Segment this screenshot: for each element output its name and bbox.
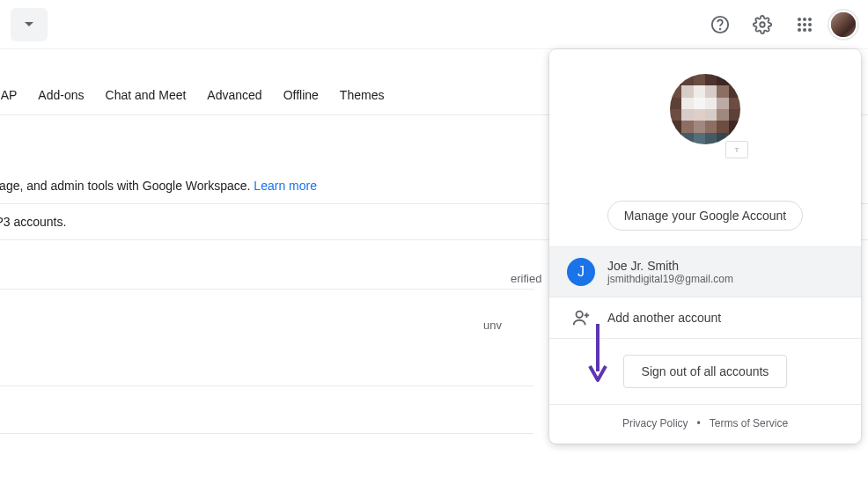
svg-point-4	[803, 18, 806, 21]
tab-chat-meet[interactable]: Chat and Meet	[106, 88, 187, 102]
apps-grid-icon	[797, 17, 813, 33]
annotation-arrow-icon	[586, 320, 609, 384]
svg-point-8	[808, 23, 812, 26]
tab-addons[interactable]: Add-ons	[38, 88, 84, 102]
header-actions	[702, 7, 857, 42]
workspace-text: more storage, and admin tools with Googl…	[0, 179, 254, 193]
learn-more-link[interactable]: Learn more	[254, 179, 317, 193]
popup-avatar-section: T	[549, 74, 861, 153]
signout-all-button[interactable]: Sign out of all accounts	[623, 355, 788, 388]
app-header	[0, 0, 868, 49]
tab-offline[interactable]: Offline	[283, 88, 319, 102]
truncated-text-unv: unv	[483, 319, 502, 332]
separator-dot: •	[697, 417, 701, 429]
divider	[0, 385, 533, 386]
gear-icon	[753, 15, 772, 34]
privacy-policy-link[interactable]: Privacy Policy	[622, 417, 688, 429]
account-switcher-popup: T Manage your Google Account J Joe Jr. S…	[549, 49, 861, 444]
popup-footer: Privacy Policy • Terms of Service	[549, 404, 861, 444]
help-icon	[710, 15, 730, 34]
caret-down-icon	[25, 22, 33, 27]
tab-themes[interactable]: Themes	[340, 88, 385, 102]
account-email: jsmithdigital19@gmail.com	[607, 273, 733, 285]
account-initial-avatar: J	[567, 258, 595, 286]
settings-button[interactable]	[745, 7, 780, 42]
divider	[0, 289, 533, 290]
help-button[interactable]	[702, 7, 738, 42]
svg-point-7	[803, 23, 806, 26]
manage-account-button[interactable]: Manage your Google Account	[607, 201, 803, 231]
terms-of-service-link[interactable]: Terms of Service	[710, 417, 788, 429]
account-name: Joe Jr. Smith	[607, 259, 733, 273]
header-dropdown-button[interactable]	[11, 8, 48, 41]
account-row-joe[interactable]: J Joe Jr. Smith jsmithdigital19@gmail.co…	[549, 246, 861, 297]
svg-point-6	[798, 23, 801, 26]
svg-point-13	[577, 312, 583, 318]
pop3-text: ail or POP3 accounts.	[0, 215, 66, 229]
svg-point-3	[798, 18, 801, 21]
svg-point-1	[720, 28, 721, 29]
divider	[0, 433, 533, 434]
truncated-text-verified: erified	[511, 272, 541, 285]
apps-button[interactable]	[787, 7, 822, 42]
svg-point-10	[803, 28, 806, 32]
add-account-label: Add another account	[607, 311, 721, 325]
svg-point-9	[798, 28, 801, 32]
svg-point-5	[808, 18, 812, 21]
tab-pop-imap[interactable]: d POP/IMAP	[0, 88, 17, 102]
svg-point-2	[760, 22, 765, 27]
svg-point-11	[808, 28, 812, 32]
tab-advanced[interactable]: Advanced	[207, 88, 261, 102]
account-avatar-button[interactable]	[829, 11, 857, 39]
popup-avatar[interactable]	[670, 74, 740, 144]
